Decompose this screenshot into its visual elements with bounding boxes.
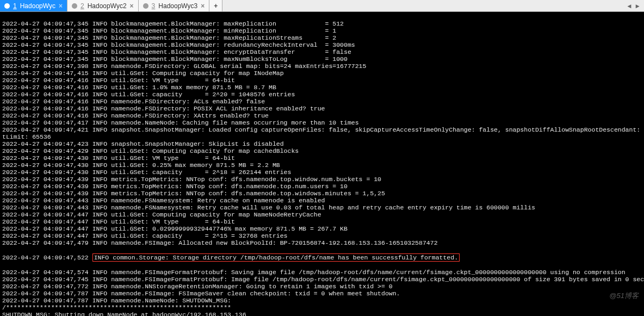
scroll-right-icon[interactable]: ► (635, 3, 641, 9)
log-line: 2022-04-27 04:09:47,429 INFO util.GSet: … (2, 147, 642, 154)
log-line-highlighted: 2022-04-27 04:09:47,522 INFO common.Stor… (2, 253, 642, 262)
log-line: 2022-04-27 04:09:47,398 INFO namenode.FS… (2, 63, 642, 70)
log-line: 2022-04-27 04:09:47,430 INFO util.GSet: … (2, 154, 642, 162)
log-line: 2022-04-27 04:09:47,423 INFO snapshot.Sn… (2, 140, 642, 147)
log-line: 2022-04-27 04:09:47,443 INFO namenode.FS… (2, 197, 642, 204)
log-line: 2022-04-27 04:09:47,447 INFO util.GSet: … (2, 225, 642, 232)
log-line: tLimit: 65536 (2, 133, 642, 140)
log-line: 2022-04-27 04:09:47,421 INFO snapshot.Sn… (2, 126, 642, 133)
log-line: 2022-04-27 04:09:47,345 INFO blockmanage… (2, 41, 642, 48)
add-tab-button[interactable]: + (209, 0, 222, 11)
log-line: 2022-04-27 04:09:47,345 INFO blockmanage… (2, 48, 642, 55)
log-lines-after: 2022-04-27 04:09:47,574 INFO namenode.FS… (2, 269, 642, 316)
scroll-left-icon[interactable]: ◄ (626, 3, 632, 9)
close-icon[interactable]: × (130, 2, 134, 10)
status-dot-icon (143, 3, 148, 9)
log-line: 2022-04-27 04:09:47,787 INFO namenode.FS… (2, 290, 642, 297)
log-line: 2022-04-27 04:09:47,416 INFO namenode.FS… (2, 105, 642, 112)
log-line: 2022-04-27 04:09:47,416 INFO util.GSet: … (2, 77, 642, 84)
log-line: 2022-04-27 04:09:47,416 INFO util.GSet: … (2, 84, 642, 91)
log-line: 2022-04-27 04:09:47,417 INFO namenode.Na… (2, 119, 642, 126)
log-line: 2022-04-27 04:09:47,345 INFO blockmanage… (2, 27, 642, 34)
log-line: 2022-04-27 04:09:47,439 INFO metrics.Top… (2, 176, 642, 183)
log-line: 2022-04-27 04:09:47,416 INFO util.GSet: … (2, 91, 642, 98)
tab-hadoopwyc[interactable]: 1HadoopWyc× (0, 0, 67, 11)
log-line: 2022-04-27 04:09:47,416 INFO namenode.FS… (2, 98, 642, 105)
tab-label: HadoopWyc (20, 2, 55, 10)
log-line: 2022-04-27 04:09:47,479 INFO namenode.FS… (2, 239, 642, 246)
tab-hadoopwyc3[interactable]: 3HadoopWyc3× (139, 0, 210, 11)
tab-label: HadoopWyc3 (158, 2, 197, 10)
log-line: 2022-04-27 04:09:47,787 INFO namenode.Na… (2, 297, 642, 304)
log-line: 2022-04-27 04:09:47,345 INFO blockmanage… (2, 20, 642, 27)
log-line: 2022-04-27 04:09:47,345 INFO blockmanage… (2, 55, 642, 63)
log-line: 2022-04-27 04:09:47,574 INFO namenode.FS… (2, 269, 642, 276)
log-line: 2022-04-27 04:09:47,439 INFO metrics.Top… (2, 190, 642, 197)
log-line: 2022-04-27 04:09:47,416 INFO namenode.FS… (2, 112, 642, 119)
tab-number: 1 (13, 2, 17, 10)
tab-number: 3 (152, 2, 156, 10)
log-line: 2022-04-27 04:09:47,745 INFO namenode.FS… (2, 276, 642, 283)
tab-number: 2 (81, 2, 84, 10)
tab-hadoopwyc2[interactable]: 2HadoopWyc2× (67, 0, 139, 11)
log-line: SHUTDOWN_MSG: Shutting down NameNode at … (2, 311, 642, 316)
log-line: 2022-04-27 04:09:47,430 INFO util.GSet: … (2, 169, 642, 176)
log-line: /***************************************… (2, 304, 642, 311)
log-line: 2022-04-27 04:09:47,439 INFO metrics.Top… (2, 183, 642, 190)
log-line: 2022-04-27 04:09:47,447 INFO util.GSet: … (2, 232, 642, 239)
log-line: 2022-04-27 04:09:47,415 INFO util.GSet: … (2, 70, 642, 77)
watermark: @51博客 (609, 291, 639, 301)
log-line: 2022-04-27 04:09:47,345 INFO blockmanage… (2, 34, 642, 41)
terminal-output[interactable]: 2022-04-27 04:09:47,345 INFO blockmanage… (0, 12, 644, 316)
tab-label: HadoopWyc2 (88, 2, 127, 10)
status-dot-icon (4, 3, 10, 9)
log-line: 2022-04-27 04:09:47,430 INFO util.GSet: … (2, 162, 642, 169)
log-line: 2022-04-27 04:09:47,443 INFO namenode.FS… (2, 204, 642, 211)
log-lines: 2022-04-27 04:09:47,345 INFO blockmanage… (2, 20, 642, 246)
tab-scroll-arrows: ◄ ► (623, 0, 644, 11)
log-line: 2022-04-27 04:09:47,447 INFO util.GSet: … (2, 218, 642, 225)
close-icon[interactable]: × (201, 2, 205, 10)
close-icon[interactable]: × (59, 2, 63, 10)
status-dot-icon (72, 3, 77, 9)
log-line: 2022-04-27 04:09:47,772 INFO namenode.NN… (2, 283, 642, 290)
log-line: 2022-04-27 04:09:47,447 INFO util.GSet: … (2, 211, 642, 218)
tab-bar: 1HadoopWyc×2HadoopWyc2×3HadoopWyc3× + ◄ … (0, 0, 644, 12)
highlight-box: INFO common.Storage: Storage directory /… (92, 253, 460, 262)
